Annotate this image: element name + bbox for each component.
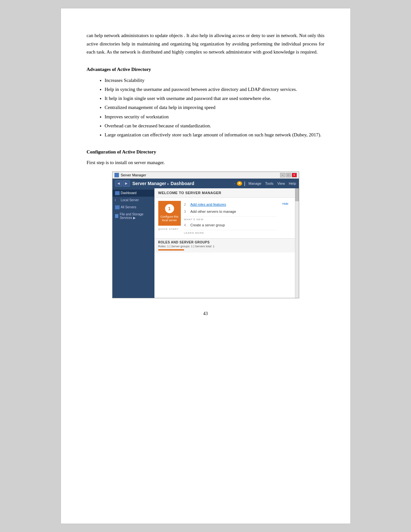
quick-start-label: QUICK START [158,228,181,231]
sidebar-label-all: All Servers [121,205,136,209]
all-servers-icon [115,205,120,209]
file-storage-icon [115,214,119,218]
document-page: can help network administrators to updat… [61,8,351,524]
task-link-2[interactable]: Add roles and features [191,202,226,206]
list-item: Large organization can effectively store… [105,131,325,139]
sidebar-label-local: Local Server [121,198,139,202]
config-paragraph: First step is to install on server manag… [87,159,325,167]
menu-view[interactable]: View [277,182,285,185]
task-text-3: Add other servers to manage [191,210,236,213]
configure-number: 1 [165,204,174,213]
tasks-panel: 2 Add roles and features 3 Add other ser… [184,201,277,235]
menubar-left: ◀ ▶ Server Manager ▸ Dashboard [115,180,194,187]
back-button[interactable]: ◀ [115,180,122,187]
task-1: 2 Add roles and features [184,201,277,208]
roles-footer: ROLES AND SERVER GROUPS Roles: 1 | Serve… [154,238,295,252]
restore-button[interactable]: □ [286,173,291,177]
menu-tools[interactable]: Tools [265,182,274,185]
menubar: ◀ ▶ Server Manager ▸ Dashboard · ⚑ | Man… [113,179,299,188]
config-section: Configuration of Active Directory First … [87,149,325,298]
titlebar-left: Server Manager [114,173,146,177]
content-area: WELCOME TO SERVER MANAGER 1 Configure th… [154,188,295,298]
roles-bar [158,249,184,251]
sidebar-item-all-servers[interactable]: All Servers [113,204,154,211]
menu-manage[interactable]: Manage [249,182,261,185]
roles-info: Roles: 1 | Server groups: 1 | Servers to… [158,245,291,248]
intro-paragraph: can help network administrators to updat… [87,32,325,56]
window-controls[interactable]: − □ ✕ [280,173,297,177]
titlebar-title: Server Manager [121,173,146,177]
left-panel: 1 Configure this local server QUICK STAR… [158,201,181,235]
task-num-1: 2 [184,202,189,206]
advantages-list: Increases Scalability Help in syncing th… [105,76,325,139]
list-item: Overhead can be decreased because of sta… [105,122,325,130]
task-num-3: 4 [184,223,189,227]
main-area: Dashboard i Local Server All Servers Fil… [113,188,299,298]
breadcrumb: Server Manager ▸ Dashboard [132,181,194,186]
sidebar-label-file: File and Storage Services ▶ [120,212,151,220]
roles-title: ROLES AND SERVER GROUPS [158,241,291,244]
list-item: Centralized management of data help in i… [105,103,325,112]
task-2: 3 Add other servers to manage [184,208,277,215]
task-num-2: 3 [184,210,189,213]
menubar-right: · ⚑ | Manage Tools View Help [234,181,296,186]
whats-new-label: WHAT'S NEW [184,216,277,222]
list-item: It help in login single user with userna… [105,94,325,103]
scrollbar[interactable] [295,188,299,298]
forward-button[interactable]: ▶ [123,180,130,187]
welcome-body: 1 Configure this local server QUICK STAR… [154,198,295,238]
sidebar-item-file-storage[interactable]: File and Storage Services ▶ [113,211,154,221]
sidebar-label-dashboard: Dashboard [121,191,137,195]
app-icon [114,173,119,177]
learn-more-label: LEARN MORE [184,230,277,235]
server-icon: | [244,181,245,186]
close-button[interactable]: ✕ [292,173,297,177]
menu-items[interactable]: Manage Tools View Help [249,182,296,185]
menu-help[interactable]: Help [289,182,296,185]
dot-indicator: · [234,182,235,185]
nav-buttons[interactable]: ◀ ▶ [115,180,130,187]
list-item: Improves security of workstation [105,113,325,121]
welcome-header: WELCOME TO SERVER MANAGER [154,188,295,198]
task-3: 4 Create a server group [184,222,277,229]
config-heading: Configuration of Active Directory [87,149,325,155]
local-server-icon: i [115,198,120,202]
list-item: Increases Scalability [105,76,325,84]
sidebar-item-local-server[interactable]: i Local Server [113,197,154,204]
orange-block: 1 Configure this local server [158,201,181,226]
page-number: 43 [87,311,325,316]
list-item: Help in syncing the username and passwor… [105,85,325,94]
dashboard-icon [115,191,120,195]
sidebar-item-dashboard[interactable]: Dashboard [113,190,154,197]
hide-button[interactable]: Hide [280,201,291,235]
minimize-button[interactable]: − [280,173,285,177]
server-manager-screenshot: Server Manager − □ ✕ ◀ ▶ Server Manager … [112,172,299,298]
scrollbar-thumb[interactable] [295,188,299,201]
flag-icon: ⚑ [237,181,242,186]
titlebar: Server Manager − □ ✕ [113,172,299,179]
configure-text: Configure this local server [160,215,180,222]
sidebar: Dashboard i Local Server All Servers Fil… [113,188,154,298]
task-text-4: Create a server group [191,223,225,227]
advantages-heading: Advantages of Active Directory [87,67,325,72]
flag-area: · ⚑ | [234,181,245,186]
